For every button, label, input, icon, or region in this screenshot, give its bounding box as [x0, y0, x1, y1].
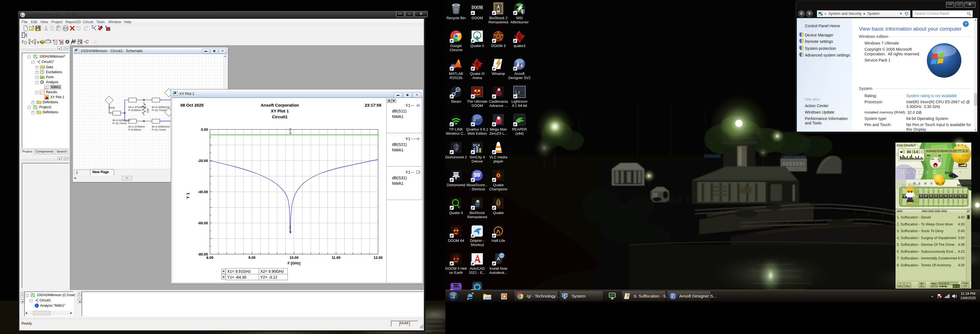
svg-text:14: 14: [914, 150, 918, 154]
svg-text:600: 600: [933, 206, 937, 209]
svg-text:-40.00: -40.00: [198, 190, 208, 194]
svg-text:mGBA: mGBA: [454, 285, 460, 287]
svg-text:P=5.58mm: P=5.58mm: [128, 108, 141, 111]
svg-text:12K: 12K: [953, 206, 958, 209]
svg-text:12.00: 12.00: [374, 256, 383, 260]
svg-text:-20.00: -20.00: [198, 159, 208, 163]
svg-text:3K: 3K: [944, 206, 947, 209]
svg-text:Y1: Y1: [406, 103, 410, 108]
svg-text:Ansoft Corporation: Ansoft Corporation: [261, 103, 299, 107]
svg-text:R: R: [61, 41, 63, 43]
svg-text:310: 310: [929, 206, 932, 209]
svg-text:4.1: 4.1: [520, 94, 524, 97]
svg-text:44: 44: [938, 154, 941, 157]
svg-text::: :: [912, 150, 913, 154]
svg-text:DiGi CHaRaT: DiGi CHaRaT: [896, 144, 916, 147]
svg-text:W=1.3744mm: W=1.3744mm: [128, 125, 145, 128]
svg-text:NWA1: NWA1: [392, 115, 403, 119]
svg-text:60: 60: [919, 206, 922, 209]
svg-text:Y1: Y1: [406, 170, 410, 175]
svg-text:6.1: 6.1: [477, 118, 482, 122]
svg-text:Circuit1: Circuit1: [272, 115, 288, 119]
svg-text:Y 1: Y 1: [185, 192, 190, 199]
svg-text:SHUF: SHUF: [945, 172, 952, 175]
svg-text:W=2.42051mm: W=2.42051mm: [152, 125, 170, 128]
svg-text:W=1.37144mm: W=1.37144mm: [128, 105, 146, 108]
svg-text:sciously Enslaved (4:23) ***: sciously Enslaved (4:23) *** 6. S: [926, 150, 968, 153]
svg-text:DOOM: DOOM: [472, 4, 483, 11]
svg-text:08 Oct 2025: 08 Oct 2025: [180, 103, 204, 107]
svg-text:AUTO: AUTO: [911, 183, 920, 187]
svg-text:NWA1: NWA1: [392, 181, 403, 186]
svg-text:1010: 1010: [41, 66, 45, 68]
svg-text:-60.00: -60.00: [198, 221, 208, 225]
svg-text:8.00: 8.00: [206, 256, 213, 260]
svg-text:11.00: 11.00: [332, 256, 340, 260]
svg-text:04: 04: [907, 150, 911, 154]
svg-text:23:17:56: 23:17:56: [365, 103, 382, 107]
svg-text:Y1: Y1: [406, 137, 410, 141]
svg-text:X1= 9.91GHz: X1= 9.91GHz: [227, 269, 251, 274]
svg-text:1: 1: [289, 225, 291, 229]
svg-text:■: ■: [900, 150, 902, 154]
svg-text:9.00: 9.00: [248, 256, 255, 260]
svg-text:Y1= -64.30: Y1= -64.30: [227, 275, 247, 280]
svg-text:dB(S31): dB(S31): [392, 176, 407, 180]
svg-text:W=2.42051mm: W=2.42051mm: [113, 119, 130, 122]
svg-text:4: 4: [458, 205, 460, 209]
svg-text:14K: 14K: [958, 206, 962, 209]
svg-text:III: III: [939, 160, 940, 161]
svg-text:A: A: [78, 40, 80, 43]
svg-text:?: ?: [21, 40, 24, 44]
svg-text:PREAMP: PREAMP: [899, 206, 910, 209]
svg-text:dB(S11): dB(S11): [392, 109, 406, 113]
svg-text:256: 256: [926, 154, 931, 157]
svg-text:NWA1: NWA1: [392, 148, 403, 152]
svg-text:10.00: 10.00: [290, 256, 299, 260]
svg-text:0.00: 0.00: [201, 127, 208, 132]
svg-text:ON: ON: [901, 183, 906, 187]
svg-text:XY Plot 1: XY Plot 1: [271, 108, 289, 113]
svg-text:F [GHz]: F [GHz]: [288, 261, 301, 265]
svg-text:Port1: Port1: [108, 106, 115, 109]
svg-text:X2= 9.90GHz: X2= 9.90GHz: [260, 269, 284, 274]
svg-text:16K: 16K: [963, 206, 967, 209]
svg-text:?: ?: [965, 22, 967, 26]
svg-text:EQ PL: EQ PL: [959, 159, 969, 162]
svg-text:A: A: [497, 256, 500, 262]
svg-text:2: 2: [289, 128, 291, 132]
svg-text:W=2.42051mm: W=2.42051mm: [152, 105, 170, 108]
svg-text:170: 170: [923, 206, 928, 209]
svg-text:P=21.71mm: P=21.71mm: [152, 128, 166, 131]
svg-text:PRESETS: PRESETS: [957, 184, 971, 187]
svg-text:i: i: [36, 304, 37, 307]
svg-text:P=5.58mm: P=5.58mm: [128, 128, 141, 131]
svg-text:1K: 1K: [939, 206, 943, 209]
svg-text:P=21.71mm: P=21.71mm: [152, 108, 166, 111]
svg-text:dB(S21): dB(S21): [392, 142, 407, 147]
svg-text:2: 2: [498, 8, 499, 11]
svg-text:P=21.71mm: P=21.71mm: [113, 122, 127, 125]
svg-text:100: 100: [146, 108, 149, 113]
svg-text:Y2= -3.12: Y2= -3.12: [260, 275, 277, 280]
svg-text:6K: 6K: [949, 206, 952, 209]
svg-text:((OO)): ((OO)): [962, 154, 969, 157]
